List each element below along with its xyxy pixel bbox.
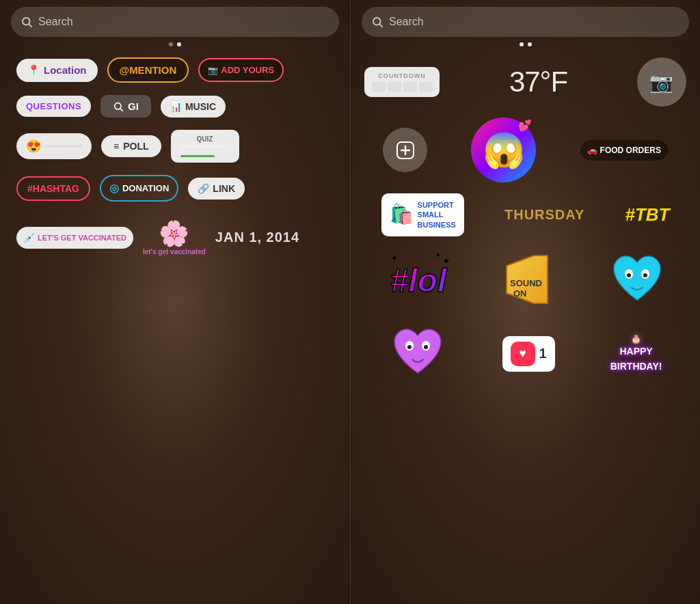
lol-svg: #lol ✦ ✦ ✦	[384, 247, 453, 309]
slider-track	[46, 145, 82, 148]
add-circle-sticker[interactable]	[383, 128, 427, 172]
countdown-box-4	[419, 82, 433, 92]
countdown-box-3	[403, 82, 417, 92]
countdown-box-2	[388, 82, 401, 92]
food-icon: 🚗	[587, 146, 597, 155]
quiz-line-1	[180, 146, 230, 148]
vaccinated-icon: 💉	[23, 232, 35, 243]
tbt-sticker[interactable]: #TBT	[625, 204, 669, 225]
right-row-1: COUNTDOWN 37°F 📷	[362, 57, 689, 107]
location-sticker[interactable]: Location	[16, 59, 98, 82]
donation-sticker[interactable]: ◎ DONATION	[100, 175, 178, 202]
right-row-5: ♥ 1 🎂 HAPPYBIRTHDAY!	[362, 325, 689, 383]
emoji-icon: 😍	[26, 139, 41, 154]
purple-heart-sticker[interactable]	[389, 325, 447, 383]
link-sticker[interactable]: 🔗 LINK	[188, 178, 245, 200]
temperature-sticker[interactable]: 37°F	[509, 66, 567, 98]
right-panel: Search COUNTDOWN 37°F 📷	[350, 0, 700, 604]
svg-text:SOUND: SOUND	[510, 278, 542, 288]
gif-sticker[interactable]: GI	[100, 95, 151, 118]
like-heart-icon: ♥	[511, 342, 535, 366]
purple-heart-svg	[389, 325, 447, 380]
quiz-line-2	[180, 150, 230, 152]
lip-sticker[interactable]: 😱 💕	[471, 118, 536, 182]
right-search-icon	[371, 16, 383, 28]
add-icon	[394, 139, 416, 161]
blue-heart-svg	[608, 252, 667, 307]
right-row-3: 🛍️ SUPPORTSMALLBUSINESS THURSDAY #TBT	[362, 193, 689, 236]
birthday-sticker[interactable]: 🎂 HAPPYBIRTHDAY!	[610, 334, 662, 374]
like-count: 1	[539, 346, 547, 361]
flower-label: let's get vaccinated	[143, 248, 206, 256]
sticker-row-3: 😍 ≡ POLL QUIZ	[16, 130, 334, 163]
lol-sticker[interactable]: #lol ✦ ✦ ✦	[384, 247, 453, 314]
mention-sticker[interactable]: @MENTION	[107, 57, 189, 83]
thursday-sticker[interactable]: THURSDAY	[504, 207, 584, 223]
support-label: SUPPORTSMALLBUSINESS	[418, 200, 456, 230]
emoji-slider-sticker[interactable]: 😍	[16, 133, 92, 159]
right-row-2: 😱 💕 🚗 FOOD ORDERS	[362, 118, 689, 182]
date-sticker[interactable]: JAN 1, 2014	[215, 230, 299, 245]
right-dot-2	[528, 42, 532, 46]
right-dot-1	[520, 42, 524, 46]
search-icon	[21, 16, 33, 28]
right-row-4: #lol ✦ ✦ ✦ SOUND ON	[362, 247, 689, 314]
countdown-boxes	[372, 82, 433, 92]
support-sticker[interactable]: 🛍️ SUPPORTSMALLBUSINESS	[381, 193, 464, 236]
blue-heart-sticker[interactable]	[608, 252, 667, 310]
questions-sticker[interactable]: QUESTIONS	[16, 96, 91, 117]
poll-icon: ≡	[113, 141, 119, 152]
svg-point-2	[115, 102, 121, 109]
camera-icon: 📷	[649, 71, 673, 94]
sticker-row-1: Location @MENTION ADD YOURS	[16, 57, 334, 83]
addyours-sticker[interactable]: ADD YOURS	[198, 58, 284, 82]
vaccinated-sticker[interactable]: 💉 LET'S GET VACCINATED	[16, 227, 133, 249]
svg-text:✦: ✦	[435, 251, 441, 259]
soundon-sticker[interactable]: SOUND ON	[500, 252, 561, 310]
left-search-bar[interactable]: Search	[11, 7, 339, 37]
right-dots	[520, 42, 532, 46]
like-sticker[interactable]: ♥ 1	[502, 336, 555, 372]
svg-point-19	[643, 273, 647, 277]
right-search-bar[interactable]: Search	[362, 7, 689, 37]
svg-line-1	[29, 24, 31, 27]
hashtag-sticker[interactable]: #HASHTAG	[16, 176, 90, 201]
flower-emoji: 🌸	[159, 219, 189, 248]
svg-text:ON: ON	[513, 288, 527, 299]
soundon-svg: SOUND ON	[500, 252, 561, 307]
countdown-box-1	[372, 82, 386, 92]
dot-2	[177, 42, 181, 46]
donation-icon: ◎	[109, 182, 119, 195]
music-sticker[interactable]: MUSIC	[161, 96, 226, 118]
birthday-label: 🎂 HAPPYBIRTHDAY!	[610, 334, 662, 374]
dot-1	[169, 42, 173, 46]
poll-sticker[interactable]: ≡ POLL	[101, 135, 161, 157]
countdown-sticker[interactable]: COUNTDOWN	[364, 67, 440, 97]
quiz-sticker[interactable]: QUIZ	[171, 130, 239, 163]
countdown-title: COUNTDOWN	[378, 72, 426, 79]
svg-text:#lol: #lol	[390, 262, 448, 299]
svg-point-18	[627, 273, 631, 277]
quiz-title: QUIZ	[180, 135, 230, 143]
svg-point-22	[407, 345, 412, 349]
search-small-icon	[113, 101, 124, 112]
quiz-line-3	[180, 155, 215, 157]
sticker-row-5: 💉 LET'S GET VACCINATED 🌸 let's get vacci…	[16, 219, 334, 256]
svg-text:✦: ✦	[442, 256, 450, 266]
left-sticker-grid: Location @MENTION ADD YOURS QUESTIONS GI	[11, 57, 339, 256]
svg-point-23	[424, 345, 428, 349]
sticker-row-4: #HASHTAG ◎ DONATION 🔗 LINK	[16, 175, 334, 202]
food-orders-sticker[interactable]: 🚗 FOOD ORDERS	[580, 140, 668, 161]
link-icon: 🔗	[198, 183, 209, 194]
left-dots	[169, 42, 181, 46]
sticker-row-2: QUESTIONS GI MUSIC	[16, 95, 334, 118]
svg-point-4	[373, 18, 381, 25]
right-search-placeholder: Search	[389, 16, 424, 28]
svg-text:✦: ✦	[391, 253, 398, 263]
left-search-placeholder: Search	[38, 16, 73, 28]
support-icon: 🛍️	[390, 202, 414, 227]
flower-sticker[interactable]: 🌸 let's get vaccinated	[143, 219, 206, 256]
svg-line-3	[120, 109, 123, 111]
left-panel: Search Location @MENTION ADD YOURS QUEST…	[0, 0, 350, 604]
camera-sticker[interactable]: 📷	[637, 57, 686, 107]
